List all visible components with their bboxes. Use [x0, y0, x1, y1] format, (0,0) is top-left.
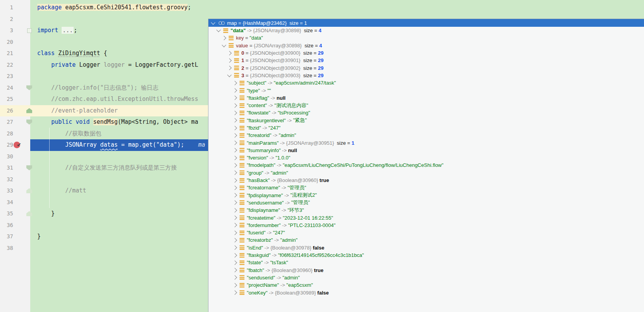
variable-row[interactable]: "fcreatorbz" -> "admin" — [208, 236, 644, 244]
gutter-cell[interactable]: 25 — [0, 94, 30, 105]
variable-row[interactable]: "fmodelpath" -> "eap5csxm/LiuChengCeShi/… — [208, 161, 644, 169]
variable-row[interactable]: "group" -> "admin" — [208, 169, 644, 177]
variable-row[interactable]: "fcreatetime" -> "2023-12-01 16:22:55" — [208, 214, 644, 221]
variable-row[interactable]: "fbatch" -> {Boolean@30960} true — [208, 267, 644, 274]
chevron-right-icon[interactable] — [232, 111, 237, 115]
chevron-right-icon[interactable] — [232, 185, 237, 190]
chevron-right-icon[interactable] — [232, 215, 237, 220]
gutter-cell[interactable]: 32 — [0, 174, 30, 185]
gutter-cell[interactable]: 22 — [0, 59, 30, 71]
variable-row[interactable]: "hasBack" -> {Boolean@30960} true — [208, 177, 644, 184]
chevron-right-icon[interactable] — [232, 208, 237, 212]
gutter-cell[interactable]: 36 — [0, 220, 30, 231]
chevron-down-icon[interactable] — [227, 73, 231, 77]
chevron-right-icon[interactable] — [227, 66, 231, 70]
breakpoint-icon[interactable] — [14, 142, 20, 148]
variable-row[interactable]: "content" -> "测试消息内容" — [208, 102, 644, 109]
chevron-right-icon[interactable] — [232, 140, 237, 145]
variable-row[interactable]: "flowstate" -> "tsProcessing" — [208, 109, 644, 116]
chevron-right-icon[interactable] — [232, 163, 237, 167]
chevron-right-icon[interactable] — [227, 51, 231, 55]
gutter-cell[interactable]: 24 — [0, 82, 30, 94]
gutter-cell[interactable]: 23 — [0, 71, 30, 82]
variable-row[interactable]: "fordernumber" -> "PTLC-231103-0004" — [208, 222, 644, 229]
gutter-cell[interactable]: 3 — [0, 25, 30, 36]
debugger-root-row[interactable]: map = {HashMap@23462} size = 1 — [208, 19, 644, 27]
variable-row[interactable]: "oneKey" -> {Boolean@30989} false — [208, 289, 644, 296]
variable-row[interactable]: "fdisplayname" -> "环节3" — [208, 206, 644, 214]
gutter-cell[interactable]: 20 — [0, 36, 30, 48]
chevron-right-icon[interactable] — [232, 96, 237, 100]
variable-row[interactable]: 1 = {JSONObject@30901} size = 29 — [208, 57, 644, 64]
variable-row[interactable]: "isEnd" -> {Boolean@30978} false — [208, 244, 644, 251]
gutter-cell[interactable]: 31 — [0, 162, 30, 174]
code-line[interactable]: 1package eap5csxm.CeShi20541.flowtest.gr… — [0, 2, 644, 14]
gutter-cell[interactable]: 33 — [0, 185, 30, 197]
chevron-right-icon[interactable] — [232, 103, 237, 107]
gutter-cell[interactable]: 28 — [0, 128, 30, 140]
code-text[interactable]: package eap5csxm.CeShi20541.flowtest.gro… — [30, 2, 644, 14]
variable-row[interactable]: "fcreatorid" -> "admin" — [208, 132, 644, 139]
variable-row[interactable]: "mainParams" -> {JSONArray@30951} size =… — [208, 139, 644, 146]
gutter-cell[interactable]: 26 — [0, 105, 30, 117]
chevron-right-icon[interactable] — [227, 58, 231, 62]
chevron-right-icon[interactable] — [232, 133, 237, 137]
chevron-right-icon[interactable] — [232, 118, 237, 123]
chevron-right-icon[interactable] — [232, 171, 237, 175]
gutter-cell[interactable]: 38 — [0, 243, 30, 254]
chevron-right-icon[interactable] — [232, 148, 237, 153]
chevron-right-icon[interactable] — [232, 223, 237, 227]
gutter-cell[interactable]: 27 — [0, 116, 30, 128]
chevron-right-icon[interactable] — [232, 156, 237, 160]
variable-row[interactable]: "data" -> {JSONArray@30898} size = 4 — [208, 27, 644, 34]
variable-row[interactable]: "ftaskurgentlevel" -> "紧急" — [208, 117, 644, 124]
chevron-right-icon[interactable] — [232, 178, 237, 182]
chevron-right-icon[interactable] — [232, 260, 237, 265]
variable-row[interactable]: 0 = {JSONObject@30900} size = 29 — [208, 49, 644, 57]
chevron-right-icon[interactable] — [232, 201, 237, 205]
gutter-cell[interactable]: 1 — [0, 2, 30, 14]
chevron-right-icon[interactable] — [232, 81, 237, 85]
variable-row[interactable]: key = "data" — [208, 34, 644, 42]
chevron-right-icon[interactable] — [232, 88, 237, 92]
chevron-right-icon[interactable] — [232, 193, 237, 198]
variable-row[interactable]: "fuserid" -> "247" — [208, 229, 644, 236]
chevron-down-icon[interactable] — [216, 28, 220, 32]
chevron-right-icon[interactable] — [232, 276, 237, 280]
variable-row[interactable]: 2 = {JSONObject@30902} size = 29 — [208, 64, 644, 71]
variable-row[interactable]: value = {JSONArray@30898} size = 4 — [208, 42, 644, 49]
variable-row[interactable]: "fbzid" -> "247" — [208, 124, 644, 132]
folded-imports-icon[interactable] — [27, 28, 32, 33]
chevron-right-icon[interactable] — [232, 283, 237, 287]
variable-row[interactable]: "fversion" -> "1.0.0" — [208, 154, 644, 161]
chevron-right-icon[interactable] — [232, 238, 237, 242]
variable-row[interactable]: "subject" -> "eap5csxm/admin/247/task" — [208, 79, 644, 87]
chevron-down-icon[interactable] — [211, 20, 215, 24]
chevron-right-icon[interactable] — [232, 231, 237, 235]
chevron-right-icon[interactable] — [232, 268, 237, 272]
variable-row[interactable]: "projectName" -> "eap5csxm" — [208, 281, 644, 289]
variable-row[interactable]: "fsummaryinfo" -> null — [208, 147, 644, 154]
variable-row[interactable]: "fpdisplayname" -> "流程测试2" — [208, 192, 644, 199]
variable-row[interactable]: "senduserid" -> "admin" — [208, 274, 644, 281]
gutter-cell[interactable]: 34 — [0, 197, 30, 208]
variable-row[interactable]: "ftaskguid" -> "f06f632f149145cf9526cc4c… — [208, 251, 644, 259]
gutter-cell[interactable]: 37 — [0, 231, 30, 243]
variable-row[interactable]: "fstate" -> "tsTask" — [208, 259, 644, 266]
variable-row[interactable]: "fcreatorname" -> "管理员" — [208, 184, 644, 191]
chevron-right-icon[interactable] — [222, 36, 226, 40]
variable-row[interactable]: 3 = {JSONObject@30903} size = 29 — [208, 72, 644, 79]
gutter-cell[interactable]: 29 — [0, 139, 30, 151]
chevron-right-icon[interactable] — [232, 290, 237, 295]
gutter-cell[interactable]: 2 — [0, 14, 30, 25]
variable-row[interactable]: "sendusername" -> "管理员" — [208, 199, 644, 206]
chevron-right-icon[interactable] — [232, 126, 237, 130]
gutter-cell[interactable]: 30 — [0, 151, 30, 163]
gutter-cell[interactable]: 35 — [0, 208, 30, 220]
gutter-cell[interactable]: 21 — [0, 48, 30, 59]
variable-row[interactable]: "type" -> "" — [208, 87, 644, 94]
chevron-right-icon[interactable] — [232, 246, 237, 250]
chevron-down-icon[interactable] — [222, 43, 226, 47]
variable-row[interactable]: "ftaskflag" -> null — [208, 94, 644, 102]
chevron-right-icon[interactable] — [232, 253, 237, 257]
